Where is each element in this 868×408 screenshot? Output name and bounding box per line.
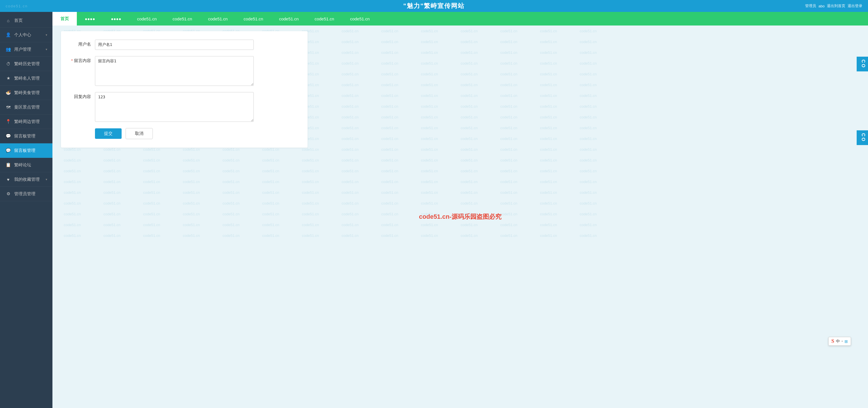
sidebar-item-food-mgmt[interactable]: 🍜繁峙美食管理 [0,86,53,100]
sidebar-item-home[interactable]: ⌂首页 [0,13,53,28]
watermark-cell: code51.cn [330,147,370,152]
watermark-cell: code51.cn [211,190,251,195]
watermark-cell: code51.cn [489,201,529,206]
watermark-cell: code51.cn [568,136,608,141]
watermark-cell: code51.cn [370,126,410,130]
watermark-cell: code51.cn [53,169,92,173]
watermark-cell: code51.cn [370,104,410,108]
nav-item-nav9[interactable]: code51.cn [307,12,342,26]
button-row: 提交 取消 [69,128,296,139]
watermark-cell: code51.cn [529,147,568,152]
watermark-cell: code51.cn [529,158,568,162]
sidebar-item-guestbook-mgmt[interactable]: 💬留言板管理 [0,129,53,144]
sidebar-item-user-mgmt[interactable]: 👥用户管理▾ [0,42,53,57]
sidebar-label-guestbook-mgmt: 留言板管理 [14,133,35,139]
watermark-cell: code51.cn [172,201,211,206]
sidebar-label-food-mgmt: 繁峙美食管理 [14,90,40,95]
sidebar-item-scenic-mgmt[interactable]: 🗺曼区景点管理 [0,100,53,115]
watermark-cell: code51.cn [290,233,330,238]
nav-item-home[interactable]: 首页 [53,12,77,26]
watermark-cell: code51.cn [410,212,449,216]
watermark-cell: code51.cn [370,169,410,173]
watermark-cell: code51.cn [330,83,370,87]
logout-link[interactable]: 退出到首页 [827,3,845,8]
watermark-cell: code51.cn [489,51,529,55]
sidebar-label-admin-mgmt: 管理员管理 [14,191,35,197]
watermark-cell: code51.cn [568,83,608,87]
nav-item-nav4[interactable]: code51.cn [129,12,165,26]
reply-textarea[interactable]: 123 [95,92,254,122]
watermark-cell: code51.cn [529,233,568,238]
watermark-cell: code51.cn [529,180,568,184]
watermark-cell: code51.cn [330,126,370,130]
sidebar-item-favorites-mgmt[interactable]: ♥我的收藏管理▾ [0,172,53,187]
watermark-cell: code51.cn [410,61,449,65]
sidebar-label-favorites-mgmt: 我的收藏管理 [14,177,40,182]
watermark-cell: code51.cn [449,29,489,33]
watermark-cell: code51.cn [370,29,410,33]
watermark-cell: code51.cn [132,223,172,227]
nav-item-nav3[interactable]: ●●●● [103,12,129,26]
watermark-cell: code51.cn [568,94,608,98]
icon-map: 🗺 [5,104,11,110]
watermark-cell: code51.cn [132,233,172,238]
watermark-cell: code51.cn [449,136,489,141]
watermark-cell: code51.cn [489,223,529,227]
nav-item-nav6[interactable]: code51.cn [200,12,236,26]
watermark-cell: code51.cn [370,115,410,119]
watermark-cell: code51.cn [568,61,608,65]
content-label: 留言内容 [69,56,95,63]
sidebar-item-surrounding-mgmt[interactable]: 📍繁峙周边管理 [0,115,53,129]
watermark-cell: code51.cn [449,201,489,206]
watermark-cell: code51.cn [449,190,489,195]
watermark-cell: code51.cn [529,115,568,119]
icon-star: ★ [5,75,11,81]
watermark-cell: code51.cn [410,233,449,238]
cancel-button[interactable]: 取消 [126,128,153,139]
watermark-cell: code51.cn [330,115,370,119]
nav-item-nav8[interactable]: code51.cn [271,12,306,26]
nav-item-nav10[interactable]: code51.cn [342,12,378,26]
login-link[interactable]: 退出登录 [847,3,862,8]
reply-label: 回复内容 [69,92,95,99]
sidebar-item-forum[interactable]: 📋繁峙论坛 [0,158,53,172]
content-textarea[interactable]: 留言内容1 [95,56,254,86]
watermark-cell: code51.cn [529,136,568,141]
nav-item-nav7[interactable]: code51.cn [236,12,271,26]
watermark-cell: code51.cn [92,223,132,227]
watermark-cell: code51.cn [410,94,449,98]
watermark-cell: code51.cn [568,233,608,238]
nav-item-nav5[interactable]: code51.cn [165,12,200,26]
watermark-cell: code51.cn [211,233,251,238]
icon-users: 👥 [5,46,11,53]
watermark-cell: code51.cn [449,61,489,65]
watermark-cell: code51.cn [370,223,410,227]
watermark-cell: code51.cn [330,180,370,184]
watermark-cell: code51.cn [172,212,211,216]
watermark-cell: code51.cn [529,169,568,173]
sidebar-item-history-mgmt[interactable]: ⏱繁峙历史管理 [0,57,53,71]
watermark-cell: code51.cn [568,190,608,195]
arrow-icon: ▾ [45,178,47,181]
watermark-cell: code51.cn [449,212,489,216]
icon-message: 💬 [5,133,11,139]
watermark-cell: code51.cn [370,136,410,141]
watermark-cell: code51.cn [172,158,211,162]
username-input[interactable] [95,40,254,50]
submit-button[interactable]: 提交 [95,128,122,139]
watermark-cell: code51.cn [330,169,370,173]
watermark-cell: code51.cn [410,147,449,152]
sidebar-item-guestbook-mgmt2[interactable]: 💬留言板管理 [0,144,53,158]
watermark-cell: code51.cn [449,169,489,173]
watermark-cell: code51.cn [489,180,529,184]
icon-heart: ♥ [5,176,11,183]
sidebar-item-celebrity-mgmt[interactable]: ★繁峙名人管理 [0,71,53,86]
watermark-cell: code51.cn [410,190,449,195]
watermark-cell: code51.cn [53,233,92,238]
icon-pin: 📍 [5,119,11,125]
nav-item-nav2[interactable]: ●●●● [77,12,103,26]
sidebar-item-personal[interactable]: 👤个人中心▾ [0,28,53,42]
sidebar-item-admin-mgmt[interactable]: ⚙管理员管理 [0,187,53,201]
watermark-cell: code51.cn [529,72,568,76]
watermark-cell: code51.cn [132,180,172,184]
